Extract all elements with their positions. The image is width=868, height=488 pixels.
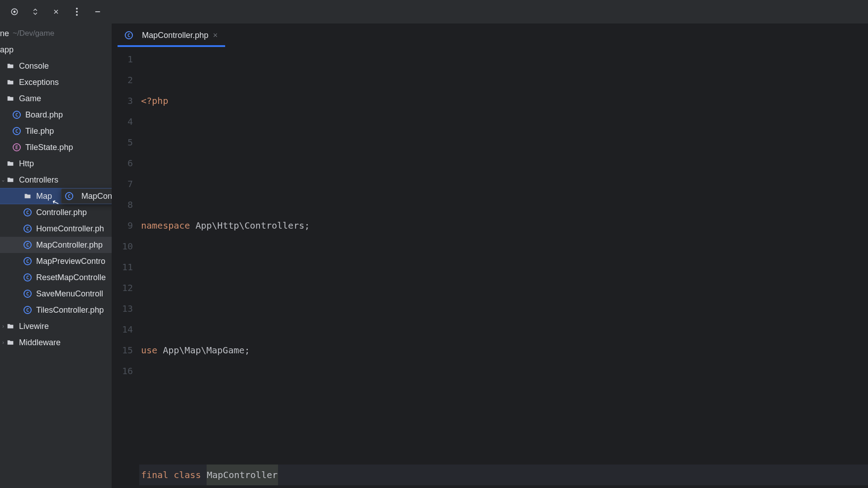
line-number: 14 (112, 319, 133, 340)
line-number: 4 (112, 111, 133, 132)
file-label: Board.php (25, 110, 63, 120)
file-tilescontroller[interactable]: C TilesController.php (0, 302, 112, 318)
folder-icon (6, 94, 14, 103)
folder-game[interactable]: Game (0, 90, 112, 107)
php-class-icon: C (24, 225, 32, 233)
folder-console[interactable]: Console (0, 58, 112, 74)
chevron-down-icon: ⌄ (0, 177, 6, 183)
chevron-right-icon: › (0, 323, 6, 329)
folder-app[interactable]: app (0, 42, 112, 58)
folder-label: Map (36, 192, 52, 201)
target-icon[interactable] (9, 6, 20, 17)
php-class-icon: C (13, 111, 21, 119)
svg-point-1 (14, 11, 15, 12)
project-name: ne (0, 29, 9, 38)
code-content[interactable]: <?php namespace App\Http\Controllers; us… (139, 47, 868, 488)
project-sidebar[interactable]: ne ~/Dev/game app Console Exceptions Gam… (0, 23, 112, 488)
file-mappreview[interactable]: C MapPreviewContro (0, 253, 112, 269)
folder-livewire[interactable]: › Livewire (0, 318, 112, 334)
folder-label: Console (19, 61, 49, 71)
code-token: <?php (141, 90, 168, 111)
folder-icon (6, 160, 14, 168)
line-number: 7 (112, 174, 133, 194)
svg-point-2 (76, 8, 78, 9)
folder-icon (24, 192, 32, 200)
folder-label: Exceptions (19, 78, 59, 87)
folder-label: Controllers (19, 175, 58, 185)
line-number: 1 (112, 49, 133, 70)
php-class-icon: C (13, 127, 21, 135)
folder-exceptions[interactable]: Exceptions (0, 74, 112, 90)
code-token: App\Map\MapGame; (163, 340, 250, 361)
code-token: namespace (141, 215, 195, 236)
line-number: 13 (112, 298, 133, 319)
expand-collapse-icon[interactable] (30, 6, 41, 17)
folder-middleware[interactable]: › Middleware (0, 334, 112, 351)
drag-tooltip-label: MapController.php (81, 192, 112, 201)
file-label: MapPreviewContro (36, 257, 105, 266)
code-token: final class (141, 465, 207, 485)
svg-point-4 (76, 14, 78, 16)
folder-label: app (0, 45, 14, 55)
folder-map-drop-target[interactable]: Map C MapController.php ↖ (0, 188, 112, 204)
file-label: ResetMapControlle (36, 273, 106, 282)
code-editor[interactable]: 1 2 3 4 5 6 7 8 9 10 11 12 13 14 15 16 <… (112, 47, 868, 488)
line-number: 10 (112, 236, 133, 257)
folder-icon (6, 62, 14, 70)
file-tilestate[interactable]: E TileState.php (0, 139, 112, 155)
line-number: 15 (112, 340, 133, 361)
editor-pane: C MapController.php × 1 2 3 4 5 6 7 8 9 … (112, 23, 868, 488)
tab-bar: C MapController.php × (112, 23, 868, 47)
folder-icon (6, 78, 14, 86)
chevron-right-icon: › (0, 339, 6, 346)
php-class-icon: C (24, 306, 32, 314)
php-class-icon: C (65, 192, 73, 200)
php-class-icon: C (24, 241, 32, 249)
file-label: SaveMenuControll (36, 289, 103, 299)
line-number: 3 (112, 90, 133, 111)
folder-icon (6, 338, 14, 347)
file-savemenu[interactable]: C SaveMenuControll (0, 286, 112, 302)
file-label: HomeController.ph (36, 224, 104, 234)
drag-tooltip: C MapController.php (61, 188, 112, 204)
line-number: 11 (112, 257, 133, 277)
folder-icon (6, 322, 14, 330)
code-token: MapController (207, 465, 278, 485)
line-number: 9 (112, 215, 133, 236)
php-class-icon: C (24, 208, 32, 216)
file-label: Tile.php (25, 127, 54, 136)
folder-icon (6, 176, 14, 184)
line-number: 8 (112, 194, 133, 215)
file-label: Controller.php (36, 208, 87, 217)
close-tab-icon[interactable]: × (213, 31, 218, 40)
folder-label: Livewire (19, 322, 49, 331)
file-resetmap[interactable]: C ResetMapControlle (0, 269, 112, 286)
line-number: 6 (112, 153, 133, 174)
line-number: 16 (112, 361, 133, 381)
code-token: App\Http\Controllers; (195, 215, 310, 236)
code-token: use (141, 340, 163, 361)
options-icon[interactable] (71, 6, 82, 17)
tab-mapcontroller[interactable]: C MapController.php × (118, 23, 225, 47)
php-class-icon: C (24, 257, 32, 265)
project-root[interactable]: ne ~/Dev/game (0, 25, 112, 42)
folder-http[interactable]: Http (0, 155, 112, 172)
php-class-icon: C (24, 273, 32, 282)
folder-label: Game (19, 94, 41, 103)
file-label: TilesController.php (36, 305, 104, 315)
folder-label: Http (19, 159, 34, 169)
file-homecontroller[interactable]: C HomeController.ph (0, 221, 112, 237)
file-board[interactable]: C Board.php (0, 107, 112, 123)
file-mapcontroller[interactable]: C MapController.php (0, 237, 112, 253)
php-enum-icon: E (13, 143, 21, 151)
line-number: 5 (112, 132, 133, 153)
folder-controllers[interactable]: ⌄ Controllers (0, 172, 112, 188)
close-icon[interactable] (51, 6, 61, 17)
gutter: 1 2 3 4 5 6 7 8 9 10 11 12 13 14 15 16 (112, 47, 139, 488)
file-label: MapController.php (36, 240, 103, 250)
folder-label: Middleware (19, 338, 61, 347)
project-path: ~/Dev/game (13, 29, 54, 38)
file-tile[interactable]: C Tile.php (0, 123, 112, 139)
top-toolbar (0, 0, 868, 23)
minimize-icon[interactable] (92, 6, 103, 17)
